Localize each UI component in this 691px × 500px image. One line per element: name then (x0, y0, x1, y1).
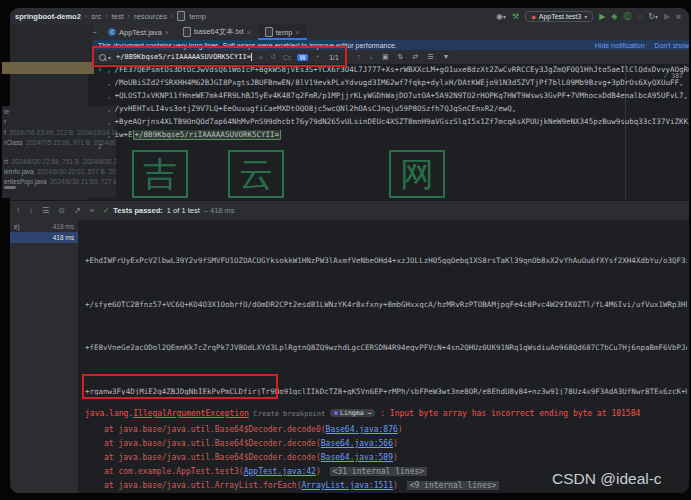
find-option-icon-2[interactable]: ⇄ (412, 53, 418, 61)
stack-link[interactable]: ArrayList.java:1511 (301, 481, 393, 490)
stack-link[interactable]: Base64.java:566 (321, 439, 393, 448)
check-icon: ✓ (103, 206, 109, 215)
breadcrumb-resources[interactable]: resources (134, 12, 167, 21)
arrow-down-icon[interactable]: ↓ (29, 206, 33, 215)
editor-line: ,/yvHEHTxLI4vs3otjZ9V7LQ+EeOuxugfiCaeMXD… (107, 104, 689, 117)
run-button[interactable]: ▶ (599, 12, 605, 21)
dont-show-link[interactable]: Don't show (655, 42, 689, 49)
create-breakpoint-hint[interactable]: Create breakpoint (254, 410, 326, 418)
screenshot-root: { "glyphs": { "chevron": "›", "caret": "… (0, 0, 691, 500)
file-row: rt 2024/6/30 22:58, 751 B 2024/6/30 22: (4, 158, 116, 165)
lingma-badge[interactable]: Lingma → (330, 409, 375, 417)
header-toolbar: ◉▾ ⚒ ◆ AppTest.test3 ▾ ▶ ◈ Ⓒ ◌ ↻▾ ▶ ■ (496, 11, 689, 22)
coverage-button[interactable]: Ⓒ (624, 11, 632, 22)
hide-notification-link[interactable]: Hide notification (595, 42, 645, 49)
exception-class-link[interactable]: IllegalArgumentException (133, 409, 249, 418)
search-match-highlight: +/8B9Kbqse5/riIAAAAASUVORK5CYII= (133, 130, 282, 140)
background-file-list: le r f 2024/7/6 23:49, 212 B 2024/10/14 … (2, 106, 116, 198)
file-row: r (4, 118, 6, 125)
stack-frame: at java.base/java.util.Base64$Decoder.de… (104, 439, 689, 453)
file-row: f 2024/7/6 23:49, 212 B 2024/10/14 10:28 (4, 129, 116, 136)
tab-label: base64文本.txt (194, 27, 244, 37)
find-option-icon-1[interactable]: ⇅ (398, 53, 404, 61)
user-icon[interactable]: ◉▾ (496, 12, 506, 21)
run-config-label: AppTest.test3 (539, 13, 581, 20)
filter-icon[interactable]: ▼ (443, 53, 450, 61)
file-icon (177, 11, 185, 21)
stack-link[interactable]: Base64.java:589 (321, 453, 393, 462)
test-status: ✓ Tests passed: 1 of 1 test – 418 ms (103, 206, 235, 215)
ide-window: springboot-demo2 › src › test › resource… (10, 8, 689, 493)
test-filter-icon[interactable]: ⊙ (58, 206, 65, 215)
test-tree-row[interactable]: e) 418 ms (10, 221, 78, 232)
breadcrumb-separator: › (85, 13, 87, 20)
console-output: +EhdIWFrUyExPcV2lbwL39Y2v9fSMVFU1OZOACUG… (85, 225, 687, 395)
breadcrumb-separator: › (128, 13, 130, 20)
breadcrumb-src[interactable]: src (91, 12, 101, 21)
run-disabled-icon: ▶ (664, 12, 670, 21)
file-row: leInfo.java 2024/6/30 22:02, 577 B 2024 (4, 168, 116, 175)
scrollbar-thumb[interactable] (4, 186, 16, 189)
tab-base64-txt[interactable]: base64文本.txt × (176, 24, 258, 40)
editor-line: ,+ByeAQrjns4XLTB9OnQOd7ap64NhMvPnS99dhcb… (107, 117, 689, 130)
line-number: 2 (88, 143, 102, 151)
test-run-panel: ↑ ↓ ☰ ⊙ ↗ » ✓ Tests passed: 1 of 1 test … (10, 200, 689, 493)
folded-lines-chip[interactable]: <31 internal lines> (330, 467, 428, 476)
header-bar: springboot-demo2 › src › test › resource… (10, 8, 689, 24)
test-tree-row-selected[interactable]: 418 ms (10, 232, 78, 243)
next-occurrence-icon[interactable]: ↓ (369, 53, 373, 61)
site-watermark: 吉 云 网 (132, 150, 445, 198)
file-icon (265, 27, 273, 37)
folded-lines-chip[interactable]: <9 internal lines> (407, 481, 500, 490)
console-line: +EhdIWFrUyExPcV2lbwL39Y2v9fSMVFU1OZOACUG… (85, 254, 687, 269)
run-configuration-select[interactable]: ◆ AppTest.test3 ▾ (525, 11, 593, 22)
breadcrumb-temp[interactable]: temp (189, 12, 206, 21)
annotation-box-search (92, 46, 347, 67)
overflow-icon[interactable]: » (90, 206, 94, 215)
tab-label: temp (276, 28, 293, 37)
find-option-icon-3[interactable]: ☰ (427, 53, 433, 61)
previous-occurrence-icon[interactable]: ↑ (357, 53, 361, 61)
console-line: +fE8vVneGe2acODol2QEmnKk7cZrqPk7JV8OdLXY… (85, 341, 687, 356)
stack-link[interactable]: Base64.java:876 (326, 425, 398, 434)
breadcrumb-test[interactable]: test (112, 12, 124, 21)
close-icon[interactable]: × (247, 29, 251, 36)
close-icon[interactable]: × (295, 29, 299, 36)
hide-panel-icon[interactable]: − (93, 28, 97, 37)
find-nav-icons: ↑ ↓ ▣ ⇅ ⇄ ☰ ▼ (357, 53, 450, 61)
export-icon[interactable]: ↗ (74, 206, 81, 215)
stack-frame: at java.base/java.util.Base64$Decoder.de… (104, 425, 689, 439)
csdn-watermark: CSDN @ideal-c (552, 470, 662, 488)
stack-frame: at java.base/java.util.Base64$Decoder.de… (104, 453, 689, 467)
rerun-icon[interactable]: ↻▾ (648, 12, 658, 21)
editor-line: ,/MoUBiSZd2fSRXHH4M62BJGI8PxgtsJBUFBnwEN… (107, 78, 689, 91)
test-list-icon[interactable]: ☰ (42, 206, 49, 215)
close-icon[interactable]: × (165, 29, 169, 36)
build-hammer-icon[interactable]: ⚒ (512, 12, 519, 21)
class-icon: C (108, 28, 116, 36)
breadcrumb: springboot-demo2 › src › test › resource… (10, 11, 206, 21)
file-row: ertiesPojo.java 2024/6/30 21:59, 727 B (4, 178, 116, 185)
debug-button[interactable]: ◈ (611, 12, 617, 21)
background-selected-row (2, 62, 94, 74)
breadcrumb-separator: › (105, 13, 107, 20)
file-icon (183, 27, 191, 37)
tab-bar-row: demo ◎ ⇅ ⚙ − C AppTest.java × base64文本.t… (10, 24, 689, 41)
run-config-icon: ◆ (531, 13, 536, 20)
arrow-up-icon[interactable]: ↑ (16, 206, 20, 215)
select-all-occurrences-icon[interactable]: ▣ (382, 53, 389, 61)
chevron-down-icon: ▾ (584, 13, 587, 20)
file-row: le (4, 108, 9, 115)
stop-button[interactable]: ■ (676, 12, 681, 21)
tab-apptest-java[interactable]: C AppTest.java × (101, 24, 176, 40)
breadcrumb-project[interactable]: springboot-demo2 (15, 12, 81, 21)
tab-temp[interactable]: temp × (258, 24, 307, 40)
console-line: +/sfye6OTC28fnz57+VC6Q+KO4O3X1OobrfO/dOm… (85, 298, 687, 313)
breadcrumb-separator: › (171, 13, 173, 20)
annotation-box-console (82, 374, 278, 399)
profiler-button[interactable]: ◌ (638, 12, 643, 21)
tab-label: AppTest.java (119, 28, 162, 37)
stack-link[interactable]: AppTest.java:42 (244, 467, 316, 476)
editor-line-with-match: ,iw+E+/8B9Kbqse5/riIAAAAASUVORK5CYII= (107, 130, 689, 143)
lingma-icon (334, 411, 338, 415)
